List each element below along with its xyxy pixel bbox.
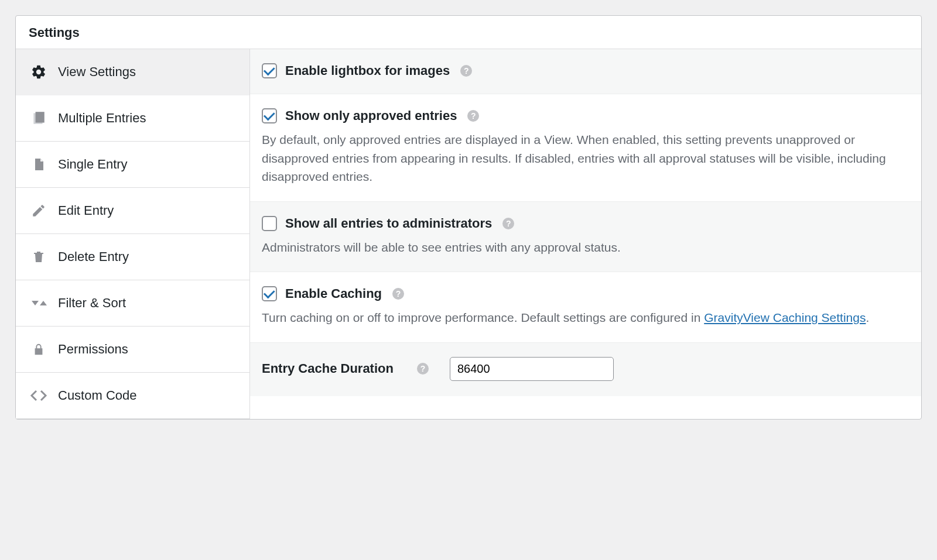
settings-panel: Settings View Settings Multiple Entries	[15, 15, 922, 420]
tab-filter-sort[interactable]: Filter & Sort	[16, 280, 249, 327]
panel-title: Settings	[29, 25, 908, 40]
lightbox-label: Enable lightbox for images	[285, 63, 450, 78]
tab-label: Multiple Entries	[58, 111, 146, 126]
panel-body: View Settings Multiple Entries Single En…	[16, 49, 921, 419]
panel-header: Settings	[16, 16, 921, 49]
admin-all-label: Show all entries to administrators	[285, 216, 492, 231]
help-icon[interactable]: ?	[392, 288, 404, 300]
setting-admin-all: Show all entries to administrators ? Adm…	[250, 202, 921, 273]
stack-icon	[30, 109, 47, 127]
tab-label: Custom Code	[58, 388, 137, 403]
help-icon[interactable]: ?	[417, 363, 429, 375]
admin-all-description: Administrators will be able to see entri…	[262, 238, 909, 257]
tab-label: Edit Entry	[58, 203, 114, 218]
setting-caching: Enable Caching ? Turn caching on or off …	[250, 272, 921, 343]
settings-content: Enable lightbox for images ? Show only a…	[250, 49, 921, 419]
admin-all-checkbox[interactable]	[262, 216, 277, 231]
tab-label: Single Entry	[58, 157, 128, 172]
approved-checkbox[interactable]	[262, 108, 277, 123]
sort-icon	[30, 294, 47, 312]
approved-description: By default, only approved entries are di…	[262, 130, 909, 186]
svg-rect-1	[36, 112, 45, 122]
caching-settings-link[interactable]: GravityView Caching Settings	[704, 311, 866, 324]
tab-label: View Settings	[58, 64, 136, 80]
setting-cache-duration: Entry Cache Duration ?	[250, 343, 921, 396]
tab-view-settings[interactable]: View Settings	[16, 49, 249, 95]
trash-icon	[30, 248, 47, 266]
code-icon	[30, 387, 47, 404]
tab-single-entry[interactable]: Single Entry	[16, 142, 249, 188]
caching-label: Enable Caching	[285, 286, 382, 301]
settings-tabs: View Settings Multiple Entries Single En…	[16, 49, 250, 419]
lock-icon	[30, 341, 47, 358]
pencil-icon	[30, 202, 47, 219]
gear-icon	[30, 63, 47, 81]
setting-lightbox: Enable lightbox for images ?	[250, 49, 921, 94]
cache-duration-label: Entry Cache Duration	[262, 361, 394, 376]
approved-label: Show only approved entries	[285, 108, 457, 123]
caching-description: Turn caching on or off to improve perfor…	[262, 308, 909, 327]
tab-custom-code[interactable]: Custom Code	[16, 373, 249, 419]
tab-multiple-entries[interactable]: Multiple Entries	[16, 95, 249, 142]
cache-duration-input[interactable]	[450, 357, 614, 381]
lightbox-checkbox[interactable]	[262, 63, 277, 78]
help-icon[interactable]: ?	[460, 65, 472, 77]
tab-label: Delete Entry	[58, 249, 129, 264]
help-icon[interactable]: ?	[467, 110, 479, 122]
setting-approved-entries: Show only approved entries ? By default,…	[250, 94, 921, 202]
tab-permissions[interactable]: Permissions	[16, 327, 249, 373]
tab-edit-entry[interactable]: Edit Entry	[16, 188, 249, 234]
document-icon	[30, 156, 47, 173]
tab-label: Permissions	[58, 342, 128, 357]
tab-label: Filter & Sort	[58, 296, 126, 311]
help-icon[interactable]: ?	[502, 218, 514, 229]
tab-delete-entry[interactable]: Delete Entry	[16, 234, 249, 280]
caching-checkbox[interactable]	[262, 286, 277, 301]
